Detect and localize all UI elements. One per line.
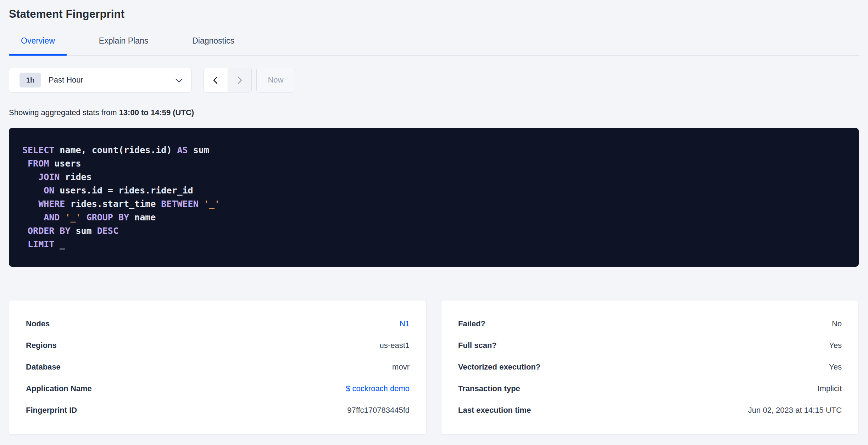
sql-token-kw: ON xyxy=(22,185,54,196)
sql-token-pl xyxy=(60,212,65,222)
sql-statement: SELECT name, count(rides.id) AS sum FROM… xyxy=(22,143,845,251)
now-button[interactable]: Now xyxy=(256,68,295,92)
info-row-label: Failed? xyxy=(458,319,485,328)
stats-caption-prefix: Showing aggregated stats from xyxy=(9,108,119,117)
stats-caption: Showing aggregated stats from 13:00 to 1… xyxy=(9,108,859,117)
sql-token-pl: name xyxy=(129,212,156,222)
sql-token-kw: LIMIT xyxy=(22,239,54,249)
statement-details-card: NodesN1Regionsus-east1DatabasemovrApplic… xyxy=(9,300,427,435)
info-row-value: Jun 02, 2023 at 14:15 UTC xyxy=(748,406,842,415)
info-row-label: Vectorized execution? xyxy=(458,362,540,372)
info-row-label: Transaction type xyxy=(458,384,520,393)
tab-bar: Overview Explain Plans Diagnostics xyxy=(9,36,859,56)
sql-token-kw: WHERE xyxy=(22,199,65,209)
stats-caption-range: 13:00 to 14:59 (UTC) xyxy=(119,108,194,117)
tab-overview[interactable]: Overview xyxy=(9,36,67,55)
chevron-down-icon xyxy=(176,75,183,83)
sql-token-kw: AS xyxy=(177,145,188,155)
info-row-nodes: NodesN1 xyxy=(26,313,410,334)
sql-token-kw: DESC xyxy=(97,226,118,236)
sql-token-pl xyxy=(199,199,204,209)
info-row-label: Fingerprint ID xyxy=(26,406,77,415)
info-row-value: movr xyxy=(392,362,410,372)
info-row-failed: Failed?No xyxy=(458,313,842,334)
sql-token-kw: AND xyxy=(22,212,60,222)
sql-token-pl: users.id = rides.rider_id xyxy=(54,185,193,196)
info-row-label: Nodes xyxy=(26,319,50,328)
link-n1[interactable]: N1 xyxy=(400,319,410,328)
sql-token-kw: JOIN xyxy=(22,172,60,182)
tab-diagnostics[interactable]: Diagnostics xyxy=(180,36,246,55)
chevron-right-icon xyxy=(235,76,242,84)
sql-token-str: '_' xyxy=(204,199,220,209)
sql-token-pl xyxy=(81,212,87,222)
sql-token-str: '_' xyxy=(65,212,81,222)
info-row-label: Application Name xyxy=(26,384,92,393)
info-row-value: Implicit xyxy=(818,384,842,393)
info-row-value: Yes xyxy=(829,341,842,350)
sql-token-pl: _ xyxy=(54,239,65,249)
sql-token-kw: SELECT xyxy=(22,145,54,155)
time-controls: 1h Past Hour Now xyxy=(9,68,859,92)
info-row-vectorized-execution: Vectorized execution?Yes xyxy=(458,356,842,378)
page-title: Statement Fingerprint xyxy=(9,0,859,21)
info-row-value: Yes xyxy=(829,362,842,372)
chevron-left-icon xyxy=(213,76,221,84)
info-row-label: Last execution time xyxy=(458,406,531,415)
info-row-label: Regions xyxy=(26,341,57,350)
interval-label: Past Hour xyxy=(49,75,83,85)
info-row-regions: Regionsus-east1 xyxy=(26,334,410,356)
execution-attributes-card: Failed?NoFull scan?YesVectorized executi… xyxy=(441,300,859,435)
next-interval-button-disabled[interactable] xyxy=(228,68,252,92)
sql-token-kw: BETWEEN xyxy=(161,199,198,209)
sql-token-kw: FROM xyxy=(22,158,49,169)
info-row-full-scan: Full scan?Yes xyxy=(458,334,842,356)
interval-arrow-group xyxy=(204,68,252,92)
info-row-label: Full scan? xyxy=(458,341,497,350)
interval-badge: 1h xyxy=(20,73,41,88)
prev-interval-button[interactable] xyxy=(204,68,228,92)
info-row-transaction-type: Transaction typeImplicit xyxy=(458,378,842,399)
info-row-fingerprint-id: Fingerprint ID97ffc170783445fd xyxy=(26,399,410,421)
sql-token-pl: name, count(rides.id) xyxy=(54,145,177,155)
info-row-last-execution-time: Last execution timeJun 02, 2023 at 14:15… xyxy=(458,399,842,421)
sql-token-kw: ORDER BY xyxy=(22,226,70,236)
tab-explain-plans[interactable]: Explain Plans xyxy=(87,36,160,55)
sql-token-pl: rides xyxy=(60,172,91,182)
info-row-value: No xyxy=(832,319,842,328)
sql-token-pl: rides.start_time xyxy=(65,199,161,209)
info-cards: NodesN1Regionsus-east1DatabasemovrApplic… xyxy=(9,300,859,435)
sql-token-kw: GROUP BY xyxy=(87,212,129,222)
sql-token-pl: sum xyxy=(188,145,209,155)
info-row-application-name: Application Name$ cockroach demo xyxy=(26,378,410,399)
link-cockroach-demo[interactable]: $ cockroach demo xyxy=(346,384,410,393)
sql-token-pl: sum xyxy=(70,226,97,236)
time-interval-dropdown[interactable]: 1h Past Hour xyxy=(9,68,191,92)
info-row-database: Databasemovr xyxy=(26,356,410,378)
sql-token-pl: users xyxy=(49,158,81,169)
sql-statement-box: SELECT name, count(rides.id) AS sum FROM… xyxy=(9,128,859,267)
info-row-value: 97ffc170783445fd xyxy=(347,406,410,415)
statement-fingerprint-page: Statement Fingerprint Overview Explain P… xyxy=(0,0,868,435)
info-row-label: Database xyxy=(26,362,61,372)
info-row-value: us-east1 xyxy=(380,341,410,350)
